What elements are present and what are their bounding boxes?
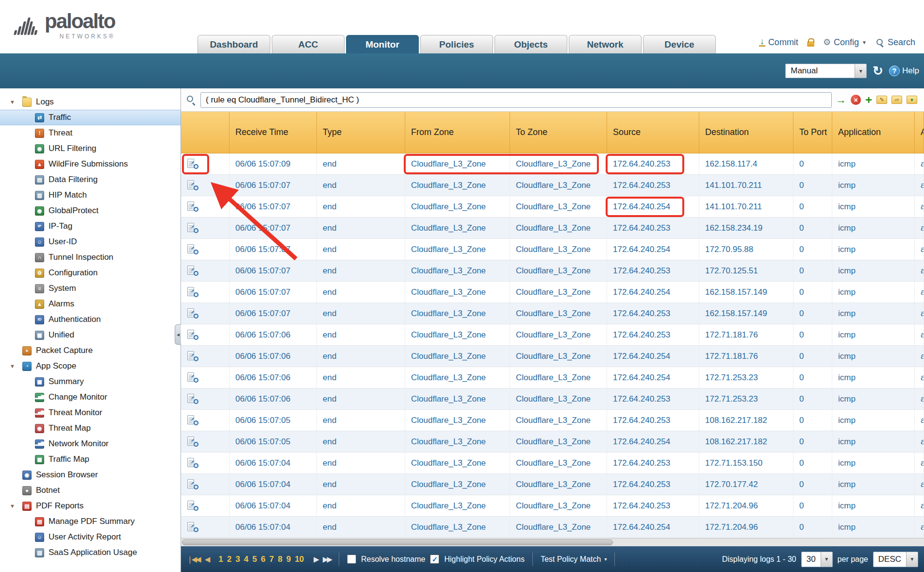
sidebar-item-traffic-map[interactable]: ▦Traffic Map [0, 452, 181, 467]
cell-type[interactable]: end [317, 239, 405, 260]
cell-application[interactable]: icmp [832, 239, 915, 260]
column-header-detail[interactable] [181, 112, 230, 153]
cell-to-port[interactable]: 0 [793, 153, 832, 174]
log-detail-icon[interactable] [186, 329, 200, 341]
cell-destination[interactable]: 172.71.204.96 [699, 517, 793, 538]
cell-destination[interactable]: 172.70.95.88 [699, 239, 793, 260]
cell-from-zone[interactable]: Cloudflare_L3_Zone [405, 431, 510, 452]
cell-from-zone[interactable]: Cloudflare_L3_Zone [405, 153, 510, 174]
column-header-to-zone[interactable]: To Zone [510, 112, 607, 153]
cell-to-zone[interactable]: Cloudflare_L3_Zone [510, 453, 607, 473]
cell-type[interactable]: end [317, 196, 405, 217]
cell-to-port[interactable]: 0 [793, 410, 832, 431]
sidebar-item-threat-map[interactable]: ◉Threat Map [0, 421, 181, 436]
cell-source[interactable]: 172.64.240.253 [607, 218, 699, 238]
cell-destination[interactable]: 162.158.157.149 [699, 282, 793, 303]
cell-destination[interactable]: 172.71.181.76 [699, 324, 793, 345]
log-detail-icon[interactable] [186, 457, 200, 469]
column-header-receive-time[interactable]: Receive Time [230, 112, 317, 153]
sidebar-item-user-id[interactable]: ☺User-ID [0, 234, 181, 250]
cell-source[interactable]: 172.64.240.253 [607, 175, 699, 196]
cell-source[interactable]: 172.64.240.253 [607, 153, 699, 174]
cell-to-zone[interactable]: Cloudflare_L3_Zone [510, 153, 607, 174]
cell-application[interactable]: icmp [832, 153, 915, 174]
cell-type[interactable]: end [317, 303, 405, 324]
cell-destination[interactable]: 172.71.204.96 [699, 495, 793, 516]
pager-page-1[interactable]: 1 [218, 555, 223, 564]
pager-page-8[interactable]: 8 [278, 555, 282, 564]
cell-to-zone[interactable]: Cloudflare_L3_Zone [510, 303, 607, 324]
column-header-source[interactable]: Source [607, 112, 699, 153]
cell-from-zone[interactable]: Cloudflare_L3_Zone [405, 175, 510, 196]
cell-type[interactable]: end [317, 282, 405, 303]
cell-to-port[interactable]: 0 [793, 196, 832, 217]
tab-device[interactable]: Device [643, 35, 716, 53]
cell-to-port[interactable]: 0 [793, 239, 832, 260]
cell-source[interactable]: 172.64.240.253 [607, 410, 699, 431]
cell-from-zone[interactable]: Cloudflare_L3_Zone [405, 388, 510, 409]
cell-source[interactable]: 172.64.240.254 [607, 282, 699, 303]
sidebar-item-botnet[interactable]: ●Botnet [0, 483, 181, 498]
sidebar-item-authentication[interactable]: IDAuthentication [0, 312, 181, 327]
cell-application[interactable]: icmp [832, 517, 915, 538]
commit-button[interactable]: ↓ Commit [759, 37, 798, 48]
cell-to-port[interactable]: 0 [793, 218, 832, 238]
tab-dashboard[interactable]: Dashboard [198, 35, 270, 53]
lock-icon[interactable] [807, 41, 814, 47]
sidebar-item-url-filtering[interactable]: ◉URL Filtering [0, 141, 181, 156]
per-page-select[interactable]: 30 ▼ [801, 552, 833, 567]
cell-from-zone[interactable]: Cloudflare_L3_Zone [405, 260, 510, 281]
highlight-policy-checkbox[interactable]: ✓ [430, 555, 439, 564]
cell-destination[interactable]: 108.162.217.182 [699, 410, 793, 431]
cell-application[interactable]: icmp [832, 282, 915, 303]
log-detail-icon[interactable] [186, 286, 200, 298]
cell-application[interactable]: icmp [832, 367, 915, 388]
cell-type[interactable]: end [317, 431, 405, 452]
cell-destination[interactable]: 162.158.117.4 [699, 153, 793, 174]
cell-to-zone[interactable]: Cloudflare_L3_Zone [510, 410, 607, 431]
cell-destination[interactable]: 172.71.181.76 [699, 346, 793, 367]
config-menu-button[interactable]: ⚙ Config ▼ [823, 37, 867, 48]
cell-to-zone[interactable]: Cloudflare_L3_Zone [510, 346, 607, 367]
cell-destination[interactable]: 172.71.153.150 [699, 453, 793, 473]
cell-to-zone[interactable]: Cloudflare_L3_Zone [510, 239, 607, 260]
cell-destination[interactable]: 108.162.217.182 [699, 431, 793, 452]
pager-page-4[interactable]: 4 [244, 555, 248, 564]
cell-application[interactable]: icmp [832, 346, 915, 367]
cell-type[interactable]: end [317, 495, 405, 516]
horizontal-scrollbar[interactable] [181, 538, 924, 546]
log-detail-icon[interactable] [186, 244, 200, 255]
log-detail-icon[interactable] [186, 393, 200, 405]
cell-application[interactable]: icmp [832, 431, 915, 452]
add-filter-button[interactable]: + [865, 95, 872, 105]
cell-to-zone[interactable]: Cloudflare_L3_Zone [510, 196, 607, 217]
sidebar-item-pdf-reports[interactable]: ▼▤PDF Reports [0, 498, 181, 514]
log-filter-input[interactable] [200, 92, 832, 108]
cell-to-port[interactable]: 0 [793, 474, 832, 495]
save-filter-button[interactable]: ▼ [907, 96, 917, 104]
cell-destination[interactable]: 172.70.177.42 [699, 474, 793, 495]
column-header-application[interactable]: Application [832, 112, 915, 153]
cell-source[interactable]: 172.64.240.253 [607, 388, 699, 409]
sidebar-item-wildfire-submissions[interactable]: ▲WildFire Submissions [0, 156, 181, 172]
cell-source[interactable]: 172.64.240.253 [607, 260, 699, 281]
log-detail-icon[interactable] [186, 436, 200, 448]
cell-to-zone[interactable]: Cloudflare_L3_Zone [510, 218, 607, 238]
sidebar-item-manage-pdf-summary[interactable]: ▤Manage PDF Summary [0, 514, 181, 529]
cell-application[interactable]: icmp [832, 175, 915, 196]
cell-to-zone[interactable]: Cloudflare_L3_Zone [510, 388, 607, 409]
help-button[interactable]: ? Help [889, 66, 919, 76]
pager-page-9[interactable]: 9 [286, 555, 291, 564]
sidebar-item-network-monitor[interactable]: ▂▅▇Network Monitor [0, 436, 181, 452]
cell-destination[interactable]: 141.101.70.211 [699, 196, 793, 217]
cell-to-zone[interactable]: Cloudflare_L3_Zone [510, 474, 607, 495]
refresh-icon[interactable]: ↻ [873, 65, 883, 77]
sidebar-item-configuration[interactable]: ⚙Configuration [0, 265, 181, 281]
cell-destination[interactable]: 172.71.253.23 [699, 388, 793, 409]
cell-type[interactable]: end [317, 324, 405, 345]
cell-from-zone[interactable]: Cloudflare_L3_Zone [405, 474, 510, 495]
cell-source[interactable]: 172.64.240.253 [607, 495, 699, 516]
cell-to-zone[interactable]: Cloudflare_L3_Zone [510, 367, 607, 388]
global-search-button[interactable]: Search [875, 37, 915, 48]
log-detail-icon[interactable] [186, 158, 200, 170]
